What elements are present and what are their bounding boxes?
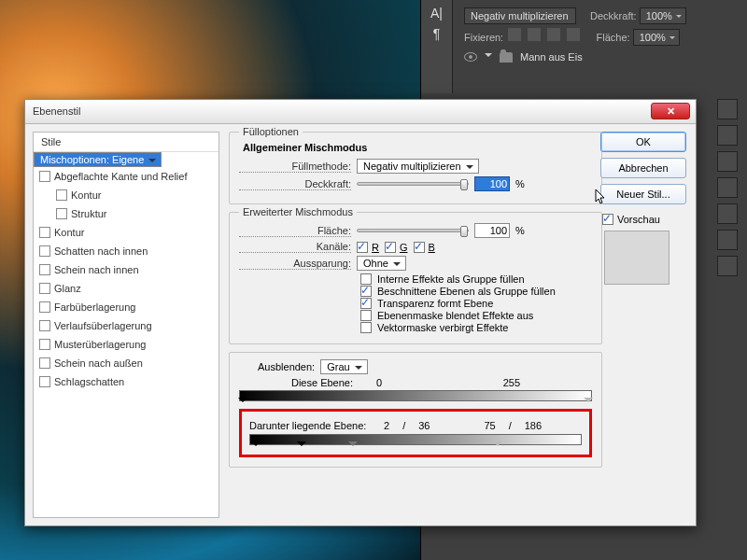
style-item[interactable]: Mischoptionen: Eigene: [34, 152, 162, 167]
style-item[interactable]: Schatten nach innen: [34, 242, 218, 260]
style-label: Schein nach innen: [54, 264, 139, 275]
panel-blend-mode-select[interactable]: Negativ multiplizieren: [464, 7, 576, 24]
under-w2: 186: [525, 420, 542, 431]
style-label: Schein nach außen: [54, 357, 143, 369]
under-b2-marker[interactable]: [297, 441, 306, 451]
knockout-label: Aussparung:: [239, 258, 351, 270]
paragraph-icon[interactable]: ¶: [421, 26, 452, 41]
style-checkbox[interactable]: [39, 339, 50, 350]
style-item[interactable]: Schlagschatten: [34, 372, 218, 391]
channel-g-checkbox[interactable]: G: [385, 242, 408, 253]
style-checkbox[interactable]: [39, 264, 50, 275]
this-black-marker[interactable]: [238, 398, 247, 407]
area-input[interactable]: 100: [474, 223, 510, 238]
adv-check-row[interactable]: Ebenenmaske blendet Effekte aus: [360, 310, 592, 321]
styles-header: Stile: [34, 133, 218, 152]
panel-util-icon[interactable]: [717, 230, 738, 250]
style-checkbox[interactable]: [39, 376, 50, 387]
type-icon[interactable]: A|: [421, 6, 452, 21]
visibility-icon[interactable]: [464, 52, 477, 62]
fill-options-group: Fülloptionen Allgemeiner Mischmodus Füll…: [229, 132, 602, 204]
this-white-value: 255: [503, 377, 520, 388]
lock-position-icon[interactable]: [547, 28, 560, 41]
adv-check-row[interactable]: Transparenz formt Ebene: [360, 298, 592, 309]
blendif-label: Ausblenden:: [258, 361, 315, 372]
checkbox[interactable]: [360, 298, 372, 309]
panel-util-icon[interactable]: [717, 177, 738, 198]
panel-fill-value[interactable]: 100%: [633, 29, 680, 46]
close-button[interactable]: ✕: [651, 103, 690, 119]
style-checkbox[interactable]: [39, 301, 50, 313]
ok-button[interactable]: OK: [600, 132, 686, 152]
style-item[interactable]: Kontur: [34, 186, 218, 204]
style-item[interactable]: Kontur: [34, 223, 218, 242]
check-label: Beschnittene Ebenen als Gruppe füllen: [377, 286, 556, 297]
opacity-slider[interactable]: [357, 182, 469, 186]
new-style-button[interactable]: Neuer Stil...: [600, 184, 686, 204]
expand-icon[interactable]: [485, 53, 492, 61]
style-checkbox[interactable]: [39, 245, 50, 257]
cancel-button[interactable]: Abbrechen: [600, 158, 686, 178]
preview-checkbox[interactable]: Vorschau: [602, 214, 660, 225]
fill-method-select[interactable]: Negativ multiplizieren: [357, 159, 479, 174]
under-layer-label: Darunter liegende Ebene:: [249, 420, 371, 431]
style-checkbox[interactable]: [39, 171, 50, 182]
style-item[interactable]: Glanz: [34, 279, 218, 298]
dialog-title: Ebenenstil: [33, 105, 80, 117]
style-checkbox[interactable]: [39, 357, 50, 369]
layer-style-dialog: Ebenenstil ✕ Stile Mischoptionen: Eigene…: [24, 99, 697, 526]
panel-util-icon[interactable]: [717, 256, 738, 276]
lock-all-icon[interactable]: [567, 28, 580, 41]
layer-row[interactable]: Mann aus Eis: [464, 51, 583, 63]
opacity-input[interactable]: 100: [474, 176, 510, 191]
style-label: Kontur: [71, 189, 101, 201]
dialog-titlebar[interactable]: Ebenenstil ✕: [25, 100, 696, 124]
percent-sign: %: [515, 178, 525, 189]
checkbox[interactable]: [360, 322, 372, 333]
style-item[interactable]: Schein nach innen: [34, 260, 218, 279]
under-w1-marker[interactable]: [348, 441, 358, 451]
style-checkbox[interactable]: [56, 208, 67, 219]
channel-b-checkbox[interactable]: B: [414, 242, 435, 253]
under-w2-marker[interactable]: [493, 441, 502, 451]
layer-name: Mann aus Eis: [520, 51, 583, 63]
style-item[interactable]: Musterüberlagerung: [34, 335, 218, 354]
this-layer-gradient[interactable]: [239, 390, 592, 401]
style-item[interactable]: Farbüberlagerung: [34, 298, 218, 316]
channel-r-checkbox[interactable]: R: [357, 242, 379, 253]
this-white-marker[interactable]: [584, 398, 593, 407]
panel-util-icon[interactable]: [717, 99, 738, 119]
dock-strip: A| ¶: [421, 0, 453, 93]
style-item[interactable]: Schein nach außen: [34, 354, 218, 372]
fill-options-title: Fülloptionen: [239, 126, 303, 137]
style-checkbox[interactable]: [56, 189, 67, 201]
style-checkbox[interactable]: [39, 320, 50, 331]
panel-util-icon[interactable]: [717, 125, 738, 146]
style-item[interactable]: Struktur: [34, 204, 218, 223]
style-label: Glanz: [54, 283, 81, 294]
this-layer-label: Diese Ebene:: [241, 377, 353, 388]
blendif-select[interactable]: Grau: [320, 359, 367, 374]
style-item[interactable]: Verlaufsüberlagerung: [34, 316, 218, 335]
style-label: Farbüberlagerung: [54, 301, 135, 313]
style-checkbox[interactable]: [39, 283, 50, 294]
under-layer-gradient[interactable]: [249, 434, 582, 445]
adv-check-row[interactable]: Vektormaske verbirgt Effekte: [360, 322, 592, 333]
style-checkbox[interactable]: [39, 227, 50, 238]
style-label: Struktur: [71, 208, 107, 219]
checkbox[interactable]: [360, 310, 372, 321]
lock-pixels-icon[interactable]: [528, 28, 541, 41]
percent-sign: %: [515, 225, 525, 236]
panel-util-icon[interactable]: [717, 151, 738, 172]
highlight-box: Darunter liegende Ebene: 2 / 36 75 / 186: [239, 409, 592, 457]
panel-util-icon[interactable]: [717, 203, 738, 224]
panel-opacity-value[interactable]: 100%: [640, 7, 686, 24]
adv-check-row[interactable]: Beschnittene Ebenen als Gruppe füllen: [360, 286, 592, 297]
adv-check-row[interactable]: Interne Effekte als Gruppe füllen: [360, 273, 592, 285]
under-b1-marker[interactable]: [251, 441, 261, 451]
style-item[interactable]: Abgeflachte Kante und Relief: [34, 167, 218, 186]
lock-transparency-icon[interactable]: [508, 28, 521, 41]
knockout-select[interactable]: Ohne: [357, 256, 406, 271]
area-slider[interactable]: [357, 229, 469, 232]
panel-opacity-label: Deckkraft:: [590, 10, 637, 21]
